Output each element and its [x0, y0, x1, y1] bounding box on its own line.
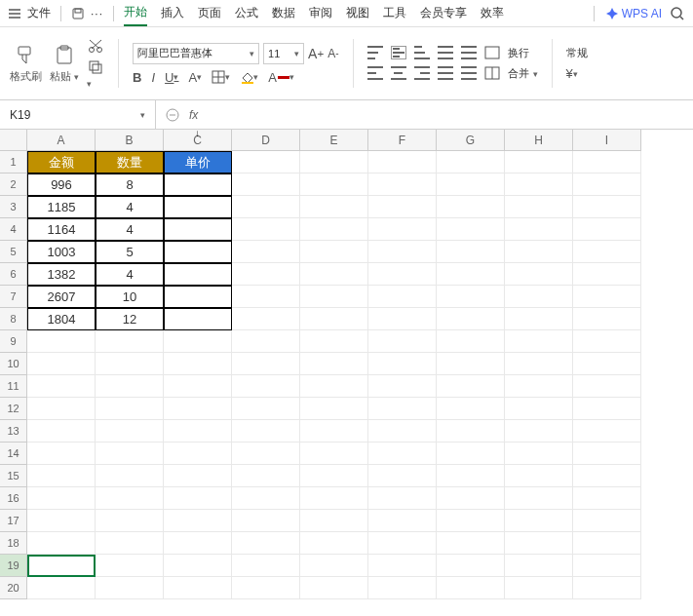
cell[interactable] [232, 465, 300, 487]
row-header[interactable]: 2 [0, 173, 27, 196]
cell[interactable] [164, 308, 232, 330]
currency-icon[interactable]: ¥▾ [566, 66, 578, 81]
tab-page[interactable]: 页面 [198, 1, 221, 25]
column-header[interactable]: G [437, 130, 505, 151]
row-header[interactable]: 13 [0, 420, 27, 443]
cell[interactable] [300, 330, 368, 353]
cell[interactable] [505, 286, 573, 308]
cell[interactable] [437, 577, 505, 599]
cell[interactable] [232, 330, 300, 353]
tab-tools[interactable]: 工具 [383, 1, 406, 25]
tab-efficiency[interactable]: 效率 [481, 1, 504, 25]
cell[interactable] [505, 218, 573, 241]
cell[interactable] [300, 420, 368, 443]
tab-formula[interactable]: 公式 [235, 1, 258, 25]
cell[interactable] [505, 353, 573, 375]
cancel-icon[interactable] [166, 108, 179, 122]
distribute-icon[interactable] [461, 66, 477, 80]
cell[interactable] [300, 555, 368, 577]
justify-icon[interactable] [438, 66, 453, 80]
italic-button[interactable]: I [151, 70, 155, 85]
cell[interactable] [300, 241, 368, 263]
cell[interactable] [232, 532, 300, 555]
cell[interactable] [300, 173, 368, 196]
file-menu[interactable]: 文件 [27, 5, 51, 21]
column-header[interactable]: F [368, 130, 437, 151]
cell[interactable] [505, 151, 573, 173]
cell[interactable] [232, 353, 300, 375]
cell[interactable] [573, 420, 641, 443]
cell[interactable] [437, 308, 505, 330]
cell[interactable] [300, 353, 368, 375]
bold-button[interactable]: B [133, 70, 141, 85]
column-header[interactable]: I [573, 130, 641, 151]
cell[interactable] [505, 577, 573, 599]
cell[interactable] [300, 286, 368, 308]
row-header[interactable]: 15 [0, 465, 27, 487]
fill-color-button[interactable]: ▾ [240, 70, 258, 84]
cell[interactable] [573, 263, 641, 286]
cell[interactable] [164, 241, 232, 263]
column-header[interactable]: B [96, 130, 164, 151]
cell[interactable] [573, 398, 641, 420]
cell[interactable] [96, 330, 164, 353]
align-left-icon[interactable] [367, 66, 383, 80]
cell[interactable]: 1804 [27, 308, 96, 330]
align-top-icon[interactable] [367, 46, 383, 59]
cell[interactable] [573, 173, 641, 196]
cell[interactable] [505, 196, 573, 218]
cell[interactable] [27, 465, 96, 487]
cell[interactable] [232, 398, 300, 420]
cell[interactable] [96, 577, 164, 599]
cell[interactable] [27, 398, 96, 420]
font-color-button[interactable]: A▾ [268, 70, 294, 85]
strikethrough-button[interactable]: A▾ [188, 70, 202, 85]
decrease-font-icon[interactable]: A- [327, 47, 338, 60]
cell[interactable] [368, 241, 437, 263]
cell[interactable] [437, 353, 505, 375]
row-header[interactable]: 14 [0, 443, 27, 465]
cell[interactable] [505, 465, 573, 487]
cell[interactable]: 5 [96, 241, 164, 263]
cell[interactable]: 1164 [27, 218, 96, 241]
cell[interactable] [368, 555, 437, 577]
cell[interactable] [300, 308, 368, 330]
row-header[interactable]: 19 [0, 555, 27, 577]
cell[interactable] [232, 375, 300, 398]
cell[interactable] [27, 420, 96, 443]
cell[interactable] [232, 510, 300, 532]
align-middle-icon[interactable] [391, 46, 406, 59]
orientation-icon[interactable] [484, 46, 500, 60]
cell[interactable] [300, 218, 368, 241]
cell[interactable]: 数量 [96, 151, 164, 173]
cell[interactable] [27, 532, 96, 555]
decrease-indent-icon[interactable] [438, 46, 453, 59]
cell[interactable] [300, 465, 368, 487]
select-all-corner[interactable] [0, 130, 27, 151]
cell[interactable]: 4 [96, 263, 164, 286]
cell[interactable] [96, 555, 164, 577]
cell[interactable] [573, 375, 641, 398]
cell[interactable] [27, 555, 96, 577]
cell[interactable] [573, 241, 641, 263]
number-format-select[interactable]: 常规 [566, 46, 588, 60]
cell[interactable] [96, 465, 164, 487]
cell[interactable] [505, 398, 573, 420]
cell[interactable] [27, 375, 96, 398]
tab-member[interactable]: 会员专享 [420, 1, 467, 25]
cell[interactable] [368, 375, 437, 398]
cell[interactable] [573, 465, 641, 487]
align-center-icon[interactable] [391, 66, 406, 80]
cell[interactable] [573, 308, 641, 330]
cell[interactable]: 1003 [27, 241, 96, 263]
row-header[interactable]: 17 [0, 510, 27, 532]
copy-icon[interactable]: ▾ [87, 58, 104, 90]
cell[interactable] [232, 420, 300, 443]
align-bottom-icon[interactable] [414, 46, 430, 59]
cell[interactable] [96, 532, 164, 555]
cell[interactable] [164, 532, 232, 555]
cell[interactable] [27, 510, 96, 532]
cell[interactable] [164, 398, 232, 420]
cell[interactable] [505, 420, 573, 443]
row-header[interactable]: 20 [0, 577, 27, 599]
